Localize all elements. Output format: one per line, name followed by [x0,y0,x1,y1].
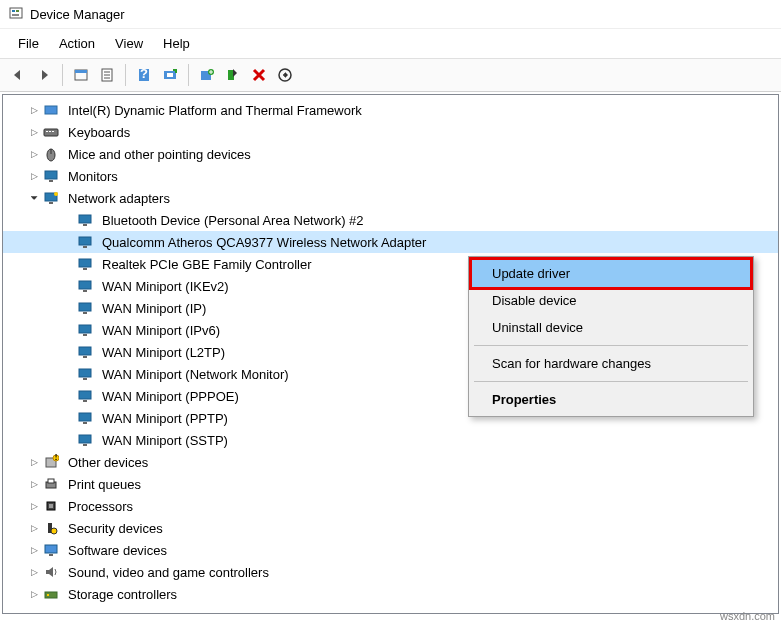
svg-rect-28 [49,202,53,204]
other-device-icon: ! [43,454,59,470]
node-label: WAN Miniport (L2TP) [99,344,228,361]
context-disable-device[interactable]: Disable device [472,287,750,314]
expand-icon[interactable]: ▷ [27,499,41,513]
svg-rect-1 [12,10,15,12]
help-button[interactable]: ? [132,63,156,87]
tree-node-software-devices[interactable]: ▷ Software devices [3,539,778,561]
disable-button[interactable] [247,63,271,87]
svg-text:?: ? [140,67,148,81]
network-adapter-icon [77,300,93,316]
node-label: WAN Miniport (IPv6) [99,322,223,339]
menu-action[interactable]: Action [49,33,105,54]
svg-rect-40 [79,325,91,333]
expand-icon[interactable]: ▷ [27,455,41,469]
context-uninstall-device[interactable]: Uninstall device [472,314,750,341]
node-label: Processors [65,498,136,515]
node-label: Software devices [65,542,170,559]
node-label: Network adapters [65,190,173,207]
tree-node-intel-platform[interactable]: ▷ Intel(R) Dynamic Platform and Thermal … [3,99,778,121]
context-separator [474,381,748,382]
toolbar-separator [125,64,126,86]
node-label: WAN Miniport (PPTP) [99,410,231,427]
toolbar-separator [62,64,63,86]
svg-rect-26 [49,180,53,182]
svg-rect-64 [47,594,49,596]
network-adapter-icon [77,410,93,426]
tree-node-keyboards[interactable]: ▷ Keyboards [3,121,778,143]
tree-node-other-devices[interactable]: ▷ ! Other devices [3,451,778,473]
expand-icon[interactable]: ▷ [27,587,41,601]
tree-node-wan-sstp[interactable]: WAN Miniport (SSTP) [3,429,778,451]
network-icon [43,190,59,206]
svg-rect-36 [79,281,91,289]
network-adapter-icon [77,344,93,360]
toolbar: ? [0,58,781,92]
svg-rect-56 [48,479,54,483]
node-label: Sound, video and game controllers [65,564,272,581]
keyboard-icon [43,124,59,140]
uninstall-button[interactable] [221,63,245,87]
device-icon [43,102,59,118]
svg-rect-41 [83,334,87,336]
svg-rect-20 [46,131,48,132]
svg-text:!: ! [54,454,58,463]
update-driver-button[interactable] [195,63,219,87]
tree-node-print-queues[interactable]: ▷ Print queues [3,473,778,495]
tree-node-sound[interactable]: ▷ Sound, video and game controllers [3,561,778,583]
tree-node-storage[interactable]: ▷ Storage controllers [3,583,778,605]
context-properties[interactable]: Properties [472,386,750,413]
node-label: WAN Miniport (IP) [99,300,209,317]
back-button[interactable] [6,63,30,87]
tree-node-security-devices[interactable]: ▷ Security devices [3,517,778,539]
svg-rect-35 [83,268,87,270]
context-menu: Update driver Disable device Uninstall d… [468,256,754,417]
expand-icon[interactable]: ▷ [27,125,41,139]
forward-button[interactable] [32,63,56,87]
context-scan-hardware[interactable]: Scan for hardware changes [472,350,750,377]
tree-node-bluetooth[interactable]: Bluetooth Device (Personal Area Network)… [3,209,778,231]
svg-rect-2 [16,10,19,12]
svg-rect-44 [79,369,91,377]
node-label: WAN Miniport (IKEv2) [99,278,232,295]
network-adapter-icon [77,388,93,404]
software-icon [43,542,59,558]
expand-icon[interactable]: ▷ [27,565,41,579]
scan-button[interactable] [158,63,182,87]
tree-node-processors[interactable]: ▷ Processors [3,495,778,517]
svg-rect-37 [83,290,87,292]
expand-icon[interactable]: ▷ [27,521,41,535]
expand-icon[interactable]: ▷ [27,543,41,557]
tree-node-monitors[interactable]: ▷ Monitors [3,165,778,187]
context-update-driver[interactable]: Update driver [469,257,753,290]
network-adapter-icon [77,256,93,272]
svg-rect-18 [45,106,57,114]
svg-rect-48 [79,413,91,421]
tree-node-qualcomm[interactable]: Qualcomm Atheros QCA9377 Wireless Networ… [3,231,778,253]
menu-file[interactable]: File [8,33,49,54]
expand-icon[interactable]: ▷ [27,169,41,183]
tree-node-mice[interactable]: ▷ Mice and other pointing devices [3,143,778,165]
collapse-icon[interactable]: ⏷ [27,191,41,205]
svg-rect-58 [49,504,53,508]
node-label: Security devices [65,520,166,537]
titlebar: Device Manager [0,0,781,29]
app-icon [8,6,24,22]
menu-view[interactable]: View [105,33,153,54]
sound-icon [43,564,59,580]
expand-icon[interactable]: ▷ [27,477,41,491]
svg-rect-49 [83,422,87,424]
svg-rect-5 [75,70,87,73]
network-adapter-icon [77,212,93,228]
node-label: Qualcomm Atheros QCA9377 Wireless Networ… [99,234,429,251]
processor-icon [43,498,59,514]
properties-button[interactable] [95,63,119,87]
svg-rect-19 [44,129,58,136]
enable-button[interactable] [273,63,297,87]
expand-icon[interactable]: ▷ [27,103,41,117]
show-hidden-button[interactable] [69,63,93,87]
tree-node-network-adapters[interactable]: ⏷ Network adapters [3,187,778,209]
svg-point-60 [51,528,57,534]
menu-help[interactable]: Help [153,33,200,54]
svg-rect-13 [167,73,173,77]
expand-icon[interactable]: ▷ [27,147,41,161]
